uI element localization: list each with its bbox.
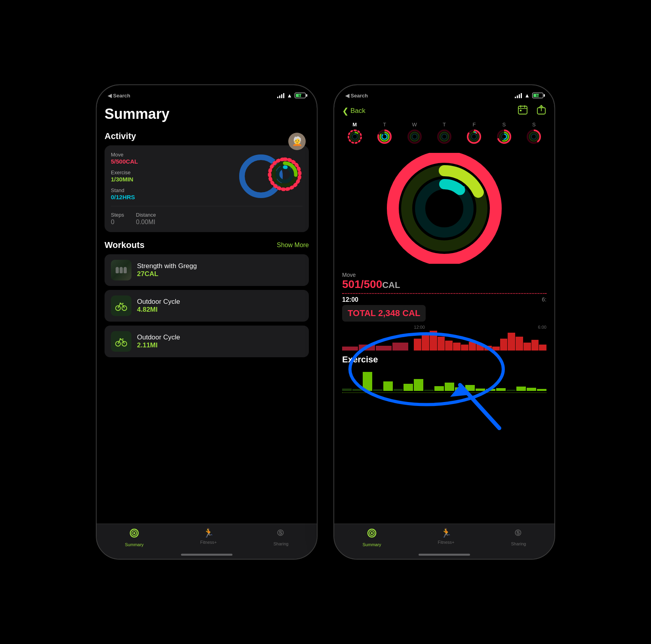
ex-bar [455, 387, 464, 391]
workouts-section-title: Workouts [105, 240, 145, 250]
exercise-item: Exercise 1/30MIN [111, 170, 231, 183]
battery-icon: 51 [295, 93, 306, 98]
day-label-s1: S [502, 122, 506, 128]
ex-bar [424, 390, 434, 391]
day-tuesday[interactable]: T [377, 122, 392, 144]
ex-bar [434, 386, 444, 391]
exercise-bar-chart [342, 367, 546, 391]
share-icon[interactable] [536, 105, 546, 117]
workout-info-cycle1: Outdoor Cycle 4.82MI [137, 298, 180, 314]
activity-section-title: Activity [105, 131, 309, 141]
bar [342, 347, 358, 351]
svg-point-31 [352, 134, 357, 139]
right-tab-sharing[interactable]: Ⓢ Sharing [511, 528, 526, 547]
dynamic-island-right [421, 91, 468, 104]
nav-icons [517, 104, 546, 118]
total-cal-value: TOTAL 2,348 CAL [348, 308, 420, 318]
tab-sharing-label: Sharing [274, 541, 289, 546]
move-cal-unit: CAL [382, 280, 400, 290]
ex-bar [352, 389, 362, 391]
svg-point-61 [531, 134, 537, 139]
move-stats: Move 501/500CAL [334, 272, 554, 293]
svg-point-19 [133, 532, 135, 534]
workout-value-cycle2: 2.11MI [137, 341, 180, 349]
tab-sharing[interactable]: Ⓢ Sharing [274, 528, 289, 547]
workout-item-cycle2[interactable]: Outdoor Cycle 2.11MI [105, 326, 309, 357]
day-ring-thursday [437, 129, 452, 144]
right-status-icons: ▲ 51 [515, 92, 543, 99]
day-ring-tuesday [377, 129, 392, 144]
day-friday[interactable]: F [466, 122, 482, 144]
right-tab-fitness-label: Fitness+ [438, 540, 455, 545]
day-wednesday[interactable]: W [407, 122, 422, 144]
cycle-icon [115, 299, 128, 312]
dynamic-island [183, 91, 230, 104]
screen-content: Summary [97, 102, 317, 125]
day-thursday[interactable]: T [437, 122, 452, 144]
exercise-section: Exercise [334, 351, 554, 393]
svg-rect-21 [518, 106, 527, 114]
total-cal-box: TOTAL 2,348 CAL [342, 305, 426, 322]
right-tab-summary[interactable]: Summary [363, 528, 381, 547]
day-label-t1: T [383, 122, 386, 128]
bar [539, 345, 546, 351]
bar [453, 343, 461, 351]
avatar-button[interactable]: 🧑‍🦳 [288, 133, 306, 150]
right-tab-sharing-label: Sharing [511, 541, 526, 546]
activity-card: Move 5/500CAL Exercise 1/30MIN [105, 145, 309, 232]
day-ring-wednesday [407, 129, 422, 144]
chart-combined: 12:00 6:00 [342, 325, 546, 351]
right-tab-fitness[interactable]: 🏃 Fitness+ [438, 528, 455, 547]
workout-icon-cycle1 [111, 295, 131, 316]
distance-value: 0.00MI [136, 219, 156, 226]
svg-rect-25 [520, 110, 522, 111]
calendar-icon[interactable] [517, 104, 528, 118]
bar [531, 340, 539, 351]
ex-bar [394, 389, 403, 391]
ex-bar [516, 387, 526, 391]
day-label-s2: S [532, 122, 536, 128]
chart-section: 12:00 6: TOTAL 2,348 CAL [334, 293, 554, 351]
back-button[interactable]: ❮ Back [342, 106, 365, 116]
day-monday[interactable]: M [347, 122, 362, 144]
workout-name-strength: Strength with Gregg [137, 262, 197, 270]
svg-text:→: → [459, 168, 466, 176]
svg-text:→: → [451, 154, 459, 162]
workout-item-strength[interactable]: Strength with Gregg 27CAL [105, 254, 309, 286]
search-back[interactable]: ◀ Search [108, 93, 130, 99]
right-fitness-tab-icon: 🏃 [441, 528, 451, 538]
exercise-section-label: Exercise [342, 354, 546, 365]
day-ring-saturday [497, 129, 512, 144]
bar [516, 337, 523, 351]
ex-bar [383, 381, 393, 391]
exercise-dot-line [342, 392, 546, 393]
move-cal-value: 501/500 [342, 278, 382, 290]
workout-item-cycle1[interactable]: Outdoor Cycle 4.82MI [105, 290, 309, 322]
svg-point-13 [120, 303, 121, 304]
exercise-label: Exercise [111, 170, 231, 175]
bar [492, 347, 500, 351]
right-home-indicator [419, 554, 470, 556]
status-icons: ▲ 51 [277, 92, 306, 99]
workout-value-strength: 27CAL [137, 270, 197, 278]
day-sunday[interactable]: S [526, 122, 541, 144]
ex-bar [404, 384, 413, 391]
svg-text:Ⓢ: Ⓢ [277, 530, 284, 536]
right-search-back[interactable]: ◀ Search [345, 93, 368, 99]
tab-summary[interactable]: Summary [125, 528, 144, 547]
bar [376, 346, 392, 351]
bar [359, 345, 375, 351]
workout-thumbnail-strength [111, 260, 131, 280]
show-more-button[interactable]: Show More [277, 242, 309, 249]
bar [438, 337, 445, 351]
bar [508, 333, 515, 351]
chart-right-label-end: 6:00 [538, 325, 546, 330]
tab-fitness[interactable]: 🏃 Fitness+ [200, 528, 217, 547]
fitness-tab-icon: 🏃 [203, 528, 214, 538]
chart-right-label-start: 12:00 [414, 325, 425, 330]
large-activity-rings: → → ↑ [385, 153, 504, 264]
right-signal-icon [515, 93, 522, 98]
day-saturday[interactable]: S [497, 122, 512, 144]
day-label-t2: T [443, 122, 446, 128]
ex-bar [373, 389, 383, 391]
